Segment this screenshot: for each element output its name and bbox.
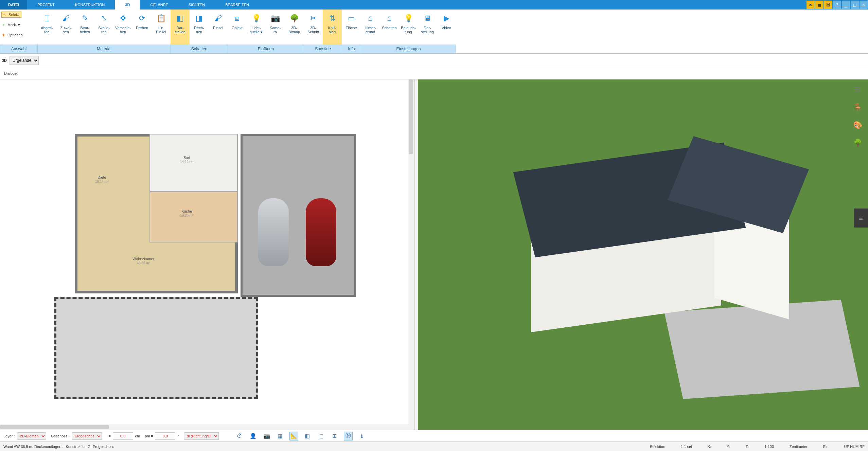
titlebar-tool-1-icon[interactable]: ✖ bbox=[807, 1, 815, 9]
group-label-sonstige: Sonstige bbox=[304, 44, 342, 53]
bearbeiten-icon: ✎ bbox=[79, 12, 91, 24]
ribbon-pinsel-button[interactable]: 🖌Pinsel bbox=[209, 10, 228, 44]
mark-button[interactable]: Mark. ▾ bbox=[1, 23, 20, 27]
ribbon-abgreifen-button[interactable]: ⌶Abgrei- fen bbox=[37, 10, 56, 44]
ribbon-hintergrund-button[interactable]: ⌂Hinter- grund bbox=[361, 10, 380, 44]
status-ein: Ein bbox=[823, 445, 829, 449]
direction-select[interactable]: dl (Richtung/Di bbox=[184, 432, 219, 440]
ribbon-objekt-button[interactable]: ⧈Objekt bbox=[228, 10, 247, 44]
angle-icon[interactable]: 📐 bbox=[289, 432, 298, 440]
menu-projekt[interactable]: PROJEKT bbox=[27, 0, 65, 10]
floorplan-canvas[interactable]: Diele18,14 m² Bad14,12 m² Küche19,20 m² … bbox=[0, 79, 414, 430]
right-panel: ☰ 🪑 🎨 🌳 ≡ bbox=[847, 79, 868, 430]
clock-icon[interactable]: ⏱ bbox=[235, 432, 244, 440]
ribbon: Selekt Mark. ▾ Optionen Auswahl ⌶Abgrei-… bbox=[0, 10, 868, 54]
room-bad: Bad14,12 m² bbox=[180, 155, 193, 164]
hinpinsel-icon: 📋 bbox=[155, 12, 167, 24]
group-label-info: Info bbox=[342, 44, 361, 53]
room-wohn: Wohnzimmer48,85 m² bbox=[132, 256, 155, 265]
room-diele: Diele18,14 m² bbox=[95, 175, 108, 183]
ribbon-beleuchtung-button[interactable]: 💡Beleuch- tung bbox=[399, 10, 418, 44]
ribbon-verschieben-button[interactable]: ✥Verschie- ben bbox=[113, 10, 132, 44]
tiles-icon[interactable]: ◧ bbox=[303, 432, 312, 440]
ribbon-darstellen-button[interactable]: ◧Dar- stellen bbox=[171, 10, 190, 44]
ribbon-bitmap3d-button[interactable]: 🌳3D- Bitmap bbox=[285, 10, 304, 44]
menu-konstruktion[interactable]: KONSTRUKTION bbox=[65, 0, 115, 10]
close-icon[interactable]: × bbox=[860, 1, 868, 9]
ribbon-kamera-button[interactable]: 📷Kame- ra bbox=[266, 10, 285, 44]
maximize-icon[interactable]: □ bbox=[851, 1, 859, 9]
ribbon-lichtquelle-button[interactable]: 💡Licht- quelle ▾ bbox=[247, 10, 266, 44]
ribbon-bearbeiten-button[interactable]: ✎Bear- beiten bbox=[75, 10, 94, 44]
optionen-button[interactable]: Optionen bbox=[1, 33, 23, 37]
menu-sichten[interactable]: SICHTEN bbox=[178, 0, 215, 10]
floorplan-pane[interactable]: Diele18,14 m² Bad14,12 m² Küche19,20 m² … bbox=[0, 79, 415, 430]
status-num: UF NUM RF bbox=[844, 445, 865, 449]
camera-icon[interactable]: 📷 bbox=[262, 432, 271, 440]
menu-gelaende[interactable]: GELÄNDE bbox=[140, 0, 178, 10]
ribbon-darstellung-button[interactable]: 🖥Dar- stellung bbox=[418, 10, 437, 44]
status-x: X: bbox=[708, 445, 711, 449]
subbar-mode-label: 3D bbox=[2, 58, 7, 62]
phi-input[interactable] bbox=[155, 432, 175, 440]
minimize-icon[interactable]: _ bbox=[842, 1, 850, 9]
ribbon-hinpinsel-button[interactable]: 📋Hin. Pinsel bbox=[152, 10, 171, 44]
titlebar-tool-3-icon[interactable]: 🖫 bbox=[824, 1, 832, 9]
north-icon[interactable]: Ⓝ bbox=[344, 432, 353, 440]
ribbon-schatten2-button[interactable]: ⌂Schatten bbox=[380, 10, 399, 44]
ribbon-zuweisen-button[interactable]: 🖌Zuwei- sen bbox=[56, 10, 75, 44]
car-red bbox=[306, 198, 336, 266]
tree-icon[interactable]: 🌳 bbox=[852, 137, 863, 149]
l-input[interactable] bbox=[113, 432, 133, 440]
floorplan-scroll-v[interactable] bbox=[408, 79, 414, 430]
view3d-pane[interactable]: ☰ 🪑 🎨 🌳 ≡ bbox=[418, 79, 868, 430]
ribbon-schnitt3d-label: 3D- Schnitt bbox=[307, 26, 319, 34]
ribbon-darstellen-label: Dar- stellen bbox=[175, 26, 185, 34]
ribbon-group-einstellungen: ⌂Hinter- grund⌂Schatten💡Beleuch- tung🖥Da… bbox=[361, 10, 456, 53]
info-icon[interactable]: ℹ bbox=[357, 432, 366, 440]
menu-file[interactable]: DATEI bbox=[0, 0, 27, 10]
room-kueche: Küche19,20 m² bbox=[180, 209, 193, 217]
drawer-handle-icon[interactable]: ≡ bbox=[854, 209, 868, 228]
ribbon-rechnen-button[interactable]: ◨Rech- nen bbox=[190, 10, 209, 44]
l-unit: cm bbox=[135, 434, 140, 438]
furniture-icon[interactable]: 🪑 bbox=[852, 102, 863, 113]
ribbon-skalieren-button[interactable]: ⤡Skalie- ren bbox=[94, 10, 113, 44]
floorplan-scroll-h[interactable] bbox=[0, 424, 408, 430]
menubar: DATEI PROJEKT KONSTRUKTION 3D GELÄNDE SI… bbox=[0, 0, 868, 10]
selekt-button[interactable]: Selekt bbox=[1, 12, 21, 18]
kollision-icon: ⇅ bbox=[326, 12, 338, 24]
layer-select[interactable]: 2D-Elemen bbox=[17, 432, 46, 440]
terrain-layer-select[interactable]: Urgelände bbox=[10, 56, 39, 65]
ribbon-video-button[interactable]: ▶Video bbox=[437, 10, 456, 44]
palette-icon[interactable]: 🎨 bbox=[852, 120, 863, 131]
view3d-canvas[interactable] bbox=[418, 79, 868, 430]
hintergrund-icon: ⌂ bbox=[364, 12, 376, 24]
menu-3d[interactable]: 3D bbox=[115, 0, 140, 10]
ribbon-drehen-button[interactable]: ⟳Drehen bbox=[132, 10, 152, 44]
layers2-icon[interactable]: ▦ bbox=[276, 432, 285, 440]
ribbon-group-material: ⌶Abgrei- fen🖌Zuwei- sen✎Bear- beiten⤡Ska… bbox=[37, 10, 171, 53]
ortho-icon[interactable]: ⬚ bbox=[317, 432, 325, 440]
layers-icon[interactable]: ☰ bbox=[852, 84, 863, 96]
ribbon-skalieren-label: Skalie- ren bbox=[98, 26, 110, 34]
ribbon-hinpinsel-label: Hin. Pinsel bbox=[156, 26, 166, 34]
pane-divider[interactable] bbox=[415, 79, 418, 430]
car-silver bbox=[258, 198, 289, 266]
geschoss-select[interactable]: Erdgeschos bbox=[72, 432, 102, 440]
ribbon-flaeche-button[interactable]: ▭Fläche bbox=[342, 10, 361, 44]
flaeche-icon: ▭ bbox=[345, 12, 357, 24]
grid-icon[interactable]: ⊞ bbox=[330, 432, 339, 440]
ribbon-schnitt3d-button[interactable]: ✂3D- Schnitt bbox=[304, 10, 323, 44]
ribbon-drehen-label: Drehen bbox=[136, 26, 148, 30]
abgreifen-icon: ⌶ bbox=[41, 12, 53, 24]
dialogbar: Dialoge: bbox=[0, 67, 868, 79]
titlebar-tool-2-icon[interactable]: ▦ bbox=[815, 1, 823, 9]
menu-bearbeiten[interactable]: BEARBEITEN bbox=[215, 0, 259, 10]
help-icon[interactable]: ? bbox=[833, 1, 841, 9]
status-selektion: Selektion bbox=[650, 445, 665, 449]
person-icon[interactable]: 👤 bbox=[249, 432, 258, 440]
kamera-icon: 📷 bbox=[269, 12, 281, 24]
ribbon-abgreifen-label: Abgrei- fen bbox=[41, 26, 53, 34]
ribbon-kollision-button[interactable]: ⇅Kolli- sion bbox=[323, 10, 342, 44]
